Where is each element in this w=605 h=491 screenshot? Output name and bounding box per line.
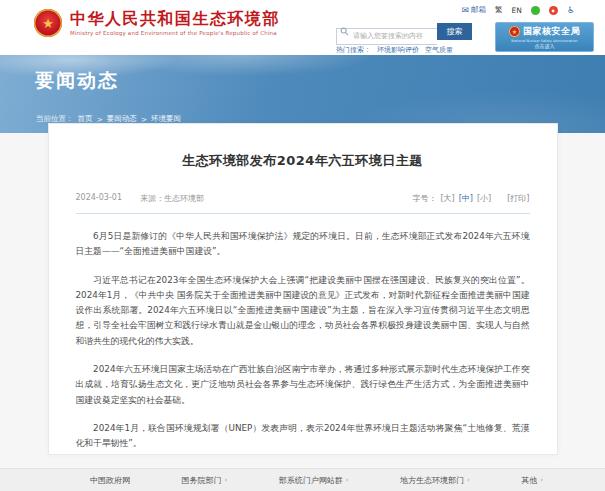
nsa-emblem-icon: ★ (509, 26, 520, 37)
font-size-medium-button[interactable]: [中] (459, 193, 473, 204)
traditional-chinese-toggle[interactable]: 繁 (495, 5, 503, 15)
section-banner: 要闻动态 当前位置： 首页 > 要闻动态 > 环境要闻 (0, 55, 605, 133)
site-brand[interactable]: ★ 中华人民共和国生态环境部 Ministry of Ecology and E… (34, 9, 280, 37)
nsa-subtitle: National Nuclear Safety Administration (503, 38, 585, 42)
footer-link-label: 地方生态环境部门 (400, 475, 464, 486)
search-button[interactable]: 搜索 (437, 23, 472, 40)
main-content-area: 生态环境部发布2024年六五环境日主题 2024-03-01 来源：生态环境部 … (0, 133, 605, 468)
section-title: 要闻动态 (35, 68, 119, 94)
mail-link[interactable]: ✉ 邮箱 (462, 5, 487, 15)
article-body: 6月5日是新修订的《中华人民共和国环境保护法》规定的环境日。日前，生态环境部正式… (76, 229, 530, 452)
mail-icon: ✉ (462, 6, 470, 15)
chevron-right-icon: › (224, 476, 227, 484)
site-header: ★ 中华人民共和国生态环境部 Ministry of Ecology and E… (0, 0, 605, 55)
nsa-title: 国家核安全局 (523, 25, 580, 38)
chevron-right-icon: › (467, 476, 470, 484)
site-subtitle: Ministry of Ecology and Environment of t… (70, 30, 280, 36)
article-paragraph: 习近平总书记在2023年全国生态环境保护大会上强调“把建设美丽中国摆在强国建设、… (76, 273, 530, 349)
accessibility-icon[interactable]: ♿ (567, 6, 575, 15)
brand-text: 中华人民共和国生态环境部 Ministry of Ecology and Env… (70, 10, 280, 36)
chevron-right-icon: › (540, 476, 543, 484)
footer-link-state-council[interactable]: 国务院部门 › (181, 475, 227, 486)
national-emblem-icon: ★ (34, 9, 62, 37)
article-paragraph: 2024年六五环境日国家主场活动在广西壮族自治区南宁市举办，将通过多种形式展示新… (76, 362, 530, 408)
search-bar: 搜索 (336, 23, 472, 45)
nsa-enter-label: 点击进入 (496, 43, 593, 49)
article-paragraph: 2024年1月，联合国环境规划署（UNEP）发表声明，表示2024年世界环境日主… (76, 421, 530, 452)
emblem-star-icon: ★ (42, 17, 54, 30)
nsa-star-icon: ★ (512, 29, 517, 35)
wechat-icon[interactable] (531, 6, 540, 15)
hot-search-label: 热门搜索： (336, 45, 371, 55)
footer-link-portal-sites[interactable]: 部系统门户网站群 › (279, 475, 349, 486)
print-button[interactable]: [打印] (507, 193, 529, 204)
footer-link-label: 部系统门户网站群 (279, 475, 343, 486)
search-input[interactable] (336, 28, 437, 45)
hot-search-term-eia[interactable]: 环境影响评价 (377, 45, 419, 55)
article-meta-right: 字号： [大] [中] [小] [打印] (413, 193, 530, 204)
article-source: 来源：生态环境部 (140, 193, 204, 204)
site-footer: 中国政府网 国务院部门 › 部系统门户网站群 › 地方生态环境部门 › 其他 › (0, 468, 605, 491)
article-title: 生态环境部发布2024年六五环境日主题 (76, 152, 530, 170)
english-toggle[interactable]: EN (512, 6, 522, 15)
nsa-title-row: ★ 国家核安全局 (496, 25, 593, 38)
article-meta-row: 2024-03-01 来源：生态环境部 字号： [大] [中] [小] [打印] (76, 193, 530, 214)
font-size-small-button[interactable]: [小] (477, 193, 491, 204)
article-card: 生态环境部发布2024年六五环境日主题 2024-03-01 来源：生态环境部 … (48, 123, 558, 455)
article-paragraph: 6月5日是新修订的《中华人民共和国环境保护法》规定的环境日。日前，生态环境部正式… (76, 229, 530, 260)
chevron-right-icon: › (346, 476, 349, 484)
footer-link-others[interactable]: 其他 › (521, 475, 543, 486)
hot-search-term-air[interactable]: 空气质量 (425, 45, 453, 55)
footer-link-gov[interactable]: 中国政府网 (90, 475, 130, 486)
footer-link-label: 国务院部门 (181, 475, 221, 486)
font-size-large-button[interactable]: [大] (441, 193, 455, 204)
site-title: 中华人民共和国生态环境部 (70, 10, 280, 28)
search-icon (340, 27, 349, 36)
utility-bar: ✉ 邮箱 繁 EN ♿ (462, 5, 575, 15)
footer-link-label: 中国政府网 (90, 475, 130, 486)
footer-link-label: 其他 (521, 475, 537, 486)
article-date: 2024-03-01 (76, 193, 123, 204)
nuclear-safety-badge[interactable]: ★ 国家核安全局 National Nuclear Safety Adminis… (495, 22, 594, 52)
search-input-wrap (336, 23, 437, 45)
weibo-icon[interactable] (549, 6, 558, 15)
mail-label: 邮箱 (471, 5, 486, 15)
article-meta-left: 2024-03-01 来源：生态环境部 (76, 193, 205, 204)
font-size-label: 字号： (413, 193, 437, 204)
footer-link-local-departments[interactable]: 地方生态环境部门 › (400, 475, 470, 486)
hot-search-row: 热门搜索： 环境影响评价 空气质量 (336, 45, 453, 55)
